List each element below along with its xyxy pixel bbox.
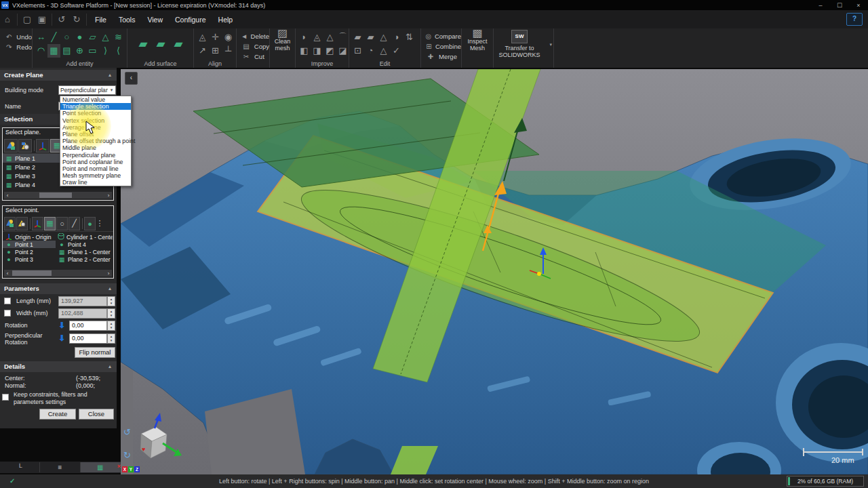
triad-filter-icon[interactable] <box>36 139 50 152</box>
scroll-left-icon[interactable]: ‹ <box>4 270 11 277</box>
help-bubble-icon[interactable]: ? <box>846 13 863 26</box>
improve-boundary-icon[interactable]: ⌒ <box>336 30 349 44</box>
rotate-ccw-icon[interactable]: ↺ <box>123 427 131 437</box>
curve-icon[interactable]: ⟩ <box>99 44 112 58</box>
edit-validate-icon[interactable]: ✓ <box>390 44 403 58</box>
sphere-icon[interactable]: ⊕ <box>73 44 86 58</box>
inspect-mesh-button[interactable]: ▩ Inspect Mesh <box>462 30 493 52</box>
improve-corner3-icon[interactable]: ◩ <box>323 44 336 58</box>
menu-file[interactable]: File <box>89 16 113 24</box>
smooth-surface-icon[interactable]: ▰ <box>170 32 187 45</box>
dimension-icon[interactable]: ↔ <box>35 30 47 44</box>
perpendicular-rotation-arrow-icon[interactable]: ⬇ <box>58 333 68 343</box>
tree-view-tab[interactable]: └ <box>0 462 40 472</box>
align-arrows-icon[interactable]: ↗ <box>196 44 209 58</box>
length-spinner[interactable]: ▴▾ <box>107 296 115 306</box>
edit-triangle2-icon[interactable]: △ <box>377 44 390 58</box>
align-mesh-icon[interactable]: ◬ <box>196 30 209 44</box>
align-axes-icon[interactable]: ✛ <box>209 30 222 44</box>
list-item[interactable]: ●Point 1 <box>3 241 56 248</box>
slot-icon[interactable]: ▤ <box>60 44 73 58</box>
features-filter-icon[interactable] <box>18 139 32 152</box>
combine-button[interactable]: ⊞ Combine <box>425 41 461 51</box>
save-session-icon[interactable]: ▣ <box>35 14 50 24</box>
list-item[interactable]: ●Point 4 <box>56 241 113 248</box>
maximize-button[interactable]: ☐ <box>830 2 849 9</box>
edit-select-icon[interactable]: ⊡ <box>351 44 364 58</box>
polyline-icon[interactable]: ⟨ <box>112 44 125 58</box>
edit-triangle-icon[interactable]: △ <box>377 30 390 44</box>
rotation-input[interactable]: 0,00 <box>69 321 107 331</box>
width-input[interactable]: 102,488 <box>58 308 107 319</box>
create-button[interactable]: Create <box>39 409 76 420</box>
edit-surface-icon[interactable]: ◔ <box>364 44 377 58</box>
list-item[interactable]: ▦Plane 1 - Center <box>56 248 113 256</box>
ellipse-icon[interactable]: ▱ <box>86 30 99 44</box>
scroll-thumb[interactable] <box>12 270 52 276</box>
delete-button[interactable]: ◄ Delete <box>241 31 269 41</box>
list-item[interactable]: ●Point 3 <box>3 256 56 263</box>
home-icon[interactable]: ⌂ <box>0 14 15 24</box>
transfer-dropdown-icon[interactable]: ▾ <box>549 42 552 47</box>
dropdown-item[interactable]: Vertex selection <box>60 117 131 124</box>
collapse-section-icon[interactable]: ▴ <box>108 283 111 294</box>
clean-mesh-button[interactable]: ▨ Clean mesh <box>270 30 295 52</box>
edit-surface-icon[interactable]: ▰ <box>152 32 170 45</box>
align-target-icon[interactable]: ◉ <box>222 30 235 44</box>
rotate-cw-icon[interactable]: ↻ <box>123 450 131 460</box>
cone-icon[interactable]: △ <box>99 30 112 44</box>
edit-patch1-icon[interactable]: ▰ <box>351 30 364 44</box>
menu-view[interactable]: View <box>141 16 169 24</box>
close-tab-icon[interactable]: × <box>117 463 121 470</box>
plane-grid-icon[interactable]: ▦ <box>47 44 60 58</box>
collapse-section-icon[interactable]: ▴ <box>108 70 111 81</box>
close-button[interactable]: × <box>849 2 868 9</box>
dropdown-item[interactable]: Triangle selection <box>60 103 131 110</box>
edit-flip-icon[interactable]: ⇅ <box>403 30 416 44</box>
menu-configure[interactable]: Configure <box>169 16 212 24</box>
dropdown-item[interactable]: Perpendicular plane <box>60 152 131 159</box>
improve-decimate-icon[interactable]: ◬ <box>311 30 323 44</box>
perpendicular-rotation-input[interactable]: 0,00 <box>69 333 107 344</box>
width-checkbox[interactable] <box>4 310 11 317</box>
import-session-icon[interactable]: ↺ <box>54 14 69 24</box>
building-mode-select[interactable]: Perpendicular plane ▾ <box>58 85 116 95</box>
collapse-section-icon[interactable]: ▴ <box>108 361 111 372</box>
horizontal-scrollbar[interactable]: ‹ › <box>4 270 112 277</box>
transfer-solidworks-button[interactable]: SW Transfer to SOLIDWORKS <box>494 30 545 58</box>
menu-help[interactable]: Help <box>212 16 239 24</box>
list-item[interactable]: Cylinder 1 - Center <box>56 233 113 241</box>
perpendicular-rotation-spinner[interactable]: ▴▾ <box>107 333 115 344</box>
planes-filter-icon[interactable]: ▦ <box>44 217 56 230</box>
cut-button[interactable]: ✂ Cut <box>241 52 269 61</box>
align-tripod-icon[interactable]: ┴ <box>222 44 235 58</box>
minimize-button[interactable]: – <box>811 2 830 9</box>
dropdown-item[interactable]: Point and normal line <box>60 165 131 172</box>
keep-constraints-checkbox[interactable] <box>2 394 9 401</box>
dropdown-item[interactable]: Draw line <box>60 179 131 186</box>
improve-corner1-icon[interactable]: ◧ <box>298 44 311 58</box>
dropdown-item[interactable]: Plane offset through a point <box>60 138 131 144</box>
dropdown-item[interactable]: Point and coplanar line <box>60 159 131 165</box>
list-view-tab[interactable]: ≡ <box>40 462 80 472</box>
list-item[interactable]: Origin - Origin <box>3 233 56 241</box>
rectangle-icon[interactable]: ▭ <box>86 44 99 58</box>
circles-filter-icon[interactable]: ○ <box>56 217 68 230</box>
dropdown-item[interactable]: Middle plane <box>60 144 131 151</box>
width-spinner[interactable]: ▴▾ <box>107 308 115 319</box>
viewport-3d[interactable]: 20 mm ♥ ↺ ↻ ‹ X Y Z <box>121 68 868 474</box>
flip-normal-button[interactable]: Flip normal <box>75 347 115 358</box>
3d-scene[interactable]: 20 mm ♥ ↺ ↻ <box>121 69 868 474</box>
copy-button[interactable]: ▤ Copy <box>241 41 269 51</box>
horizontal-scrollbar[interactable]: ‹ › <box>4 192 112 199</box>
length-input[interactable]: 139,927 <box>58 296 107 306</box>
list-item[interactable]: ●Point 2 <box>3 248 56 256</box>
scroll-right-icon[interactable]: › <box>105 270 112 277</box>
scroll-left-icon[interactable]: ‹ <box>4 192 11 199</box>
dropdown-item[interactable]: Point selection <box>60 110 131 117</box>
scroll-thumb[interactable] <box>39 192 72 198</box>
undo-button[interactable]: ↶ Undo <box>4 32 32 41</box>
point-icon[interactable]: ● <box>73 30 86 44</box>
fit-surface-icon[interactable]: ▰ <box>134 32 152 45</box>
dropdown-item[interactable]: Average plane <box>60 124 131 131</box>
